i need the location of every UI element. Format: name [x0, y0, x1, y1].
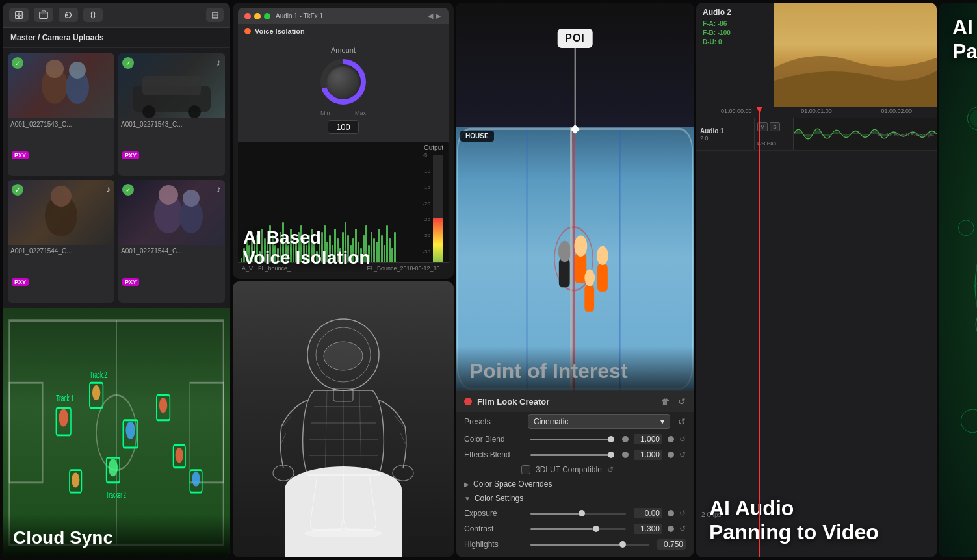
audio-timeline: Audio 2 F-A: -86 F-B: -100 D-U: 0: [696, 3, 937, 557]
stat-fa: F-A: -86: [703, 19, 731, 29]
toolbar-btn-link[interactable]: [83, 8, 103, 22]
flc-effects-blend-reset[interactable]: ↺: [679, 450, 686, 459]
nav-arrow-right[interactable]: ▶: [436, 12, 441, 20]
media-label-4: A001_02271544_C...: [118, 245, 225, 259]
amount-label: Amount: [331, 46, 356, 54]
flc-3dlut-checkbox[interactable]: [521, 465, 530, 474]
svg-text:Track.2: Track.2: [90, 369, 107, 380]
media-item-2[interactable]: ✓ PXY ♪ A001_02271543_C...: [118, 53, 225, 176]
flc-reset-btn[interactable]: ↺: [678, 396, 686, 407]
svg-point-12: [188, 105, 201, 118]
flc-chevron-colorsettings: ▼: [464, 495, 471, 502]
playhead: [759, 107, 760, 557]
knob-minmax: Min Max: [320, 110, 366, 116]
flc-effects-blend-value: 1.000: [634, 450, 662, 460]
minimize-btn[interactable]: [254, 13, 261, 19]
svg-line-65: [359, 390, 361, 475]
flc-contrast-slider[interactable]: [530, 528, 626, 530]
flc-exposure-reset[interactable]: ↺: [679, 509, 686, 518]
media-soccer-area: Track.1 Track.2 Tracker 2: [3, 308, 230, 557]
track-waveform: Birche Beach Race.mp4: [794, 118, 937, 150]
flc-colorspace-section[interactable]: ▶ Color Space Overrides: [456, 477, 694, 491]
poi-title: Point of Interest: [469, 359, 681, 383]
poi-line: [575, 48, 576, 126]
close-btn[interactable]: [244, 13, 251, 19]
flc-exposure-label: Exposure: [464, 509, 523, 518]
flc-highlights-slider[interactable]: [530, 544, 649, 546]
flc-exposure-slider[interactable]: [530, 513, 626, 515]
media-music-icon-2: ♪: [216, 57, 221, 68]
toolbar-btn-rotate[interactable]: [59, 8, 78, 22]
flc-highlights-row: Highlights 0.750: [456, 537, 694, 552]
media-check-4: ✓: [122, 184, 134, 196]
svg-rect-52: [584, 285, 594, 312]
svg-line-68: [288, 405, 299, 413]
svg-point-53: [584, 270, 595, 286]
flc-color-blend-reset[interactable]: ↺: [679, 435, 686, 444]
flc-color-blend-row: Color Blend 1.000 ↺: [456, 431, 694, 447]
flc-contrast-value: 1.300: [634, 524, 662, 534]
media-badge-4: PXY: [122, 278, 139, 286]
flc-color-blend-dot[interactable]: [622, 436, 629, 442]
media-item-1[interactable]: ✓ PXY A001_02271543_C...: [8, 53, 114, 176]
film-look-creator: Film Look Creator 🗑 ↺ Presets Cinematic …: [456, 391, 694, 557]
flc-colorsettings-section[interactable]: ▼ Color Settings: [456, 491, 694, 505]
db-scale: -5-10-15-20-25-30-35-40: [423, 152, 430, 271]
svg-point-36: [92, 385, 100, 400]
flc-color-blend-value: 1.000: [634, 434, 662, 444]
flc-3dlut-reset[interactable]: ↺: [607, 465, 614, 474]
flc-effects-blend-slider[interactable]: [530, 454, 614, 456]
flc-preset-select[interactable]: Cinematic ▾: [528, 414, 670, 429]
flc-contrast-key[interactable]: [668, 526, 674, 532]
flc-title: Film Look Creator: [477, 397, 653, 407]
knob-container[interactable]: [320, 59, 366, 105]
vr-title: AI Audio Panning to Video: [952, 16, 977, 64]
flc-color-blend-slider[interactable]: [530, 439, 614, 440]
toolbar-btn-view[interactable]: ▤: [206, 8, 224, 22]
flc-delete-btn[interactable]: 🗑: [661, 396, 670, 407]
svg-point-42: [192, 472, 200, 487]
svg-point-40: [72, 472, 79, 487]
media-item-3[interactable]: ✓ PXY ♪ A001_02271544_C...: [8, 180, 114, 303]
toolbar-btn-new-bin[interactable]: [34, 8, 53, 22]
flc-chevron-colorspace: ▶: [464, 481, 469, 488]
knob-inner: [326, 64, 361, 99]
svg-point-81: [970, 109, 977, 127]
flc-color-blend-key[interactable]: [668, 436, 674, 442]
flc-exposure-key[interactable]: [668, 510, 674, 516]
flc-effects-blend-dot[interactable]: [622, 452, 629, 458]
nav-arrow-left[interactable]: ◀: [428, 12, 433, 20]
flc-preset-reset[interactable]: ↺: [678, 416, 686, 427]
svg-line-70: [281, 433, 286, 444]
media-item-4[interactable]: ✓ PXY ♪ A001_02271544_C...: [118, 180, 225, 303]
flc-active-dot: [464, 398, 472, 405]
flc-contrast-reset[interactable]: ↺: [679, 524, 686, 533]
flc-highlights-label: Highlights: [464, 540, 523, 549]
lr-pan-label: L/R Pan: [757, 140, 776, 146]
svg-point-16: [159, 185, 178, 205]
media-badge-1: PXY: [12, 151, 29, 159]
vr-headset-container: [962, 169, 977, 416]
media-music-icon-4: ♪: [216, 184, 221, 194]
flc-contrast-label: Contrast: [464, 524, 523, 533]
svg-line-72: [387, 405, 398, 413]
voice-value[interactable]: 100: [328, 120, 359, 134]
window-controls: [244, 13, 270, 19]
toolbar-btn-import[interactable]: [9, 8, 29, 22]
knob-ring: [320, 59, 366, 105]
svg-point-11: [142, 105, 155, 118]
flc-effects-blend-row: Effects Blend 1.000 ↺: [456, 447, 694, 463]
track-btn-s[interactable]: S: [770, 122, 780, 131]
maximize-btn[interactable]: [264, 13, 270, 19]
audio-title: AI Audio Panning to Video: [709, 496, 879, 544]
flc-effects-blend-key[interactable]: [668, 452, 674, 458]
svg-point-41: [176, 448, 183, 463]
svg-point-49: [575, 236, 588, 257]
timecode-2: 01:00:01:00: [801, 108, 832, 114]
flc-exposure-value: 0.00: [634, 508, 662, 518]
panel-poi: POI: [456, 3, 694, 557]
svg-point-8: [69, 62, 86, 79]
flc-colorspace-title: Color Space Overrides: [473, 479, 552, 489]
flc-exposure-row: Exposure 0.00 ↺: [456, 505, 694, 521]
svg-line-74: [400, 433, 406, 444]
